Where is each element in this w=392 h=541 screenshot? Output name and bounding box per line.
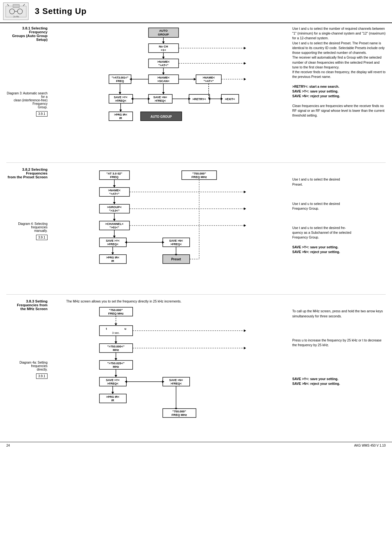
logo: 2x Rx <box>3 3 28 20</box>
diagram3-number: 3.9.1 <box>36 111 47 117</box>
desc383-2: Press u to increase the frequency by 25 … <box>292 338 386 347</box>
svg-marker-69 <box>244 47 246 49</box>
svg-text:u: u <box>124 327 126 330</box>
svg-marker-79 <box>113 185 116 188</box>
svg-text:">AT3.001<": ">AT3.001<" <box>112 76 129 79</box>
save383-y: SAVE >Y<: save your setting. <box>292 377 386 381</box>
svg-text:>FREQ<: >FREQ< <box>115 99 126 102</box>
svg-text:>NAME<: >NAME< <box>157 76 170 79</box>
svg-marker-32 <box>194 78 196 80</box>
svg-marker-22 <box>162 73 165 75</box>
section-383-left: 3.8.3 Setting Frequencies from the MHz S… <box>6 299 51 432</box>
svg-text:FREQ: FREQ <box>116 80 124 83</box>
footer-product: AKG WMS 450 V 1.10 <box>354 444 386 447</box>
svg-text:>NAME<: >NAME< <box>157 60 170 63</box>
section383-intro: The MHz screen allows you to set the fre… <box>66 299 272 303</box>
desc381-4: If the receiver finds no clean frequency… <box>292 70 386 79</box>
svg-marker-153 <box>125 380 127 383</box>
diagram382-svg: "AT 3.0 02" FREQ "750.000" FREQ MHz >NAM… <box>90 168 248 291</box>
svg-text:>NAME<: >NAME< <box>202 76 215 79</box>
svg-text:"750.000": "750.000" <box>192 172 206 175</box>
diagram4-label: Diagram 4: Selecting frequencies manuall… <box>6 222 47 232</box>
svg-text:GROUP: GROUP <box>158 33 169 36</box>
svg-marker-86 <box>113 202 116 204</box>
svg-text:">750.000<": ">750.000<" <box>107 345 124 348</box>
svg-text:AUTO GROUP: AUTO GROUP <box>150 115 172 118</box>
svg-marker-71 <box>244 78 246 80</box>
section-382-center: "AT 3.0 02" FREQ "750.000" FREQ MHz >NAM… <box>51 168 288 291</box>
svg-text:">3.0<": ">3.0<" <box>109 209 119 212</box>
svg-text:SAVE >Y<: SAVE >Y< <box>106 239 120 242</box>
page-content: 3.8.1 Selecting Frequency Groups (Auto G… <box>0 26 392 436</box>
section-382-title: 3.8.2 Selecting Frequencies from the Pre… <box>6 168 47 179</box>
svg-marker-91 <box>244 207 246 210</box>
svg-marker-108 <box>125 241 127 244</box>
diagram4-number: 3.9.1 <box>36 235 47 240</box>
svg-marker-54 <box>208 98 210 100</box>
section-383-right: To call up the MHz screen, press and hol… <box>288 299 386 432</box>
svg-marker-12 <box>162 41 165 44</box>
svg-text:">AT<": ">AT<" <box>158 63 168 67</box>
svg-line-2 <box>7 4 9 6</box>
svg-text:3 sec.: 3 sec. <box>112 331 120 334</box>
section-381-center: AUTO GROUP No CH >1< >NAME< ">AT<" <box>51 26 288 159</box>
svg-marker-48 <box>148 98 150 100</box>
page-header: 2x Rx 3 Setting Up <box>0 0 392 23</box>
svg-text:IR: IR <box>111 399 115 402</box>
svg-text:FREQ: FREQ <box>110 175 118 179</box>
diagram381-svg: AUTO GROUP No CH >1< >NAME< ">AT<" <box>90 26 248 159</box>
svg-text:>PRG IR<: >PRG IR< <box>114 113 127 116</box>
svg-marker-93 <box>113 219 116 221</box>
section-383-title: 3.8.3 Setting Frequencies from the MHz S… <box>6 299 47 311</box>
footer-page-number: 24 <box>6 444 10 447</box>
section-381-left: 3.8.1 Selecting Frequency Groups (Auto G… <box>6 26 51 159</box>
svg-line-3 <box>23 4 25 6</box>
section-382-right: Use t and u to select the desiredPreset.… <box>288 168 386 291</box>
svg-text:">01<": ">01<" <box>110 226 119 229</box>
svg-marker-140 <box>115 358 117 360</box>
svg-text:>FREQ<: >FREQ< <box>170 382 182 385</box>
desc382-name: Use t and u to select the desiredPreset. <box>292 177 386 187</box>
svg-marker-57 <box>188 98 191 100</box>
svg-text:Preset: Preset <box>171 258 181 261</box>
svg-text:>PRG IR<: >PRG IR< <box>106 395 119 398</box>
svg-marker-27 <box>130 78 132 80</box>
svg-text:FREQ    MHz: FREQ MHz <box>172 413 187 417</box>
svg-marker-125 <box>115 323 117 326</box>
desc382-group: Use t and u to select the desiredFrequen… <box>292 201 386 211</box>
svg-text:SAVE >Y<: SAVE >Y< <box>114 96 128 99</box>
desc382-channel: Use t and u to select the desired fre-qu… <box>292 226 386 240</box>
desc383-1: To call up the MHz screen, press and hol… <box>292 309 386 318</box>
svg-text:">750.025<": ">750.025<" <box>107 361 124 365</box>
section-381-right: Use t and u to select the number of requ… <box>288 26 386 159</box>
save382-y: SAVE >Y<: save your setting. <box>292 245 386 250</box>
section-381: 3.8.1 Selecting Frequency Groups (Auto G… <box>6 26 386 163</box>
svg-text:>CHANNEL<: >CHANNEL< <box>105 222 123 226</box>
svg-text:t: t <box>106 327 107 330</box>
svg-text:SAVE >N<: SAVE >N< <box>169 379 183 382</box>
svg-text:SAVE >Y<: SAVE >Y< <box>106 379 120 382</box>
svg-text:>SCAN<: >SCAN< <box>157 79 169 83</box>
svg-text:"750.000": "750.000" <box>172 410 186 413</box>
section-382-left: 3.8.2 Selecting Frequencies from the Pre… <box>6 168 51 291</box>
svg-text:"AT 3.0 02": "AT 3.0 02" <box>106 172 122 175</box>
svg-text:">AT<": ">AT<" <box>109 192 119 195</box>
diagram4a-label: Diagram 4a: Setting frequencies directly… <box>6 361 47 371</box>
diagram383-svg: "750.000" FREQ MHz t u 3 sec. ">750 <box>90 306 248 432</box>
section-382: 3.8.2 Selecting Frequencies from the Pre… <box>6 168 386 295</box>
save-n-text: SAVE >N<: reject your setting. <box>292 94 386 99</box>
save-y-text: SAVE >Y<: save your setting. <box>292 89 386 94</box>
svg-text:No CH: No CH <box>159 45 168 48</box>
desc381-3: The receiver will automatically find a G… <box>292 55 386 70</box>
svg-marker-17 <box>162 57 165 59</box>
svg-marker-109 <box>162 241 164 244</box>
section-381-title: 3.8.1 Selecting Frequency Groups (Auto G… <box>6 26 47 41</box>
svg-marker-47 <box>131 98 133 100</box>
desc381-1: Use t and u to select the number of requ… <box>292 26 386 41</box>
svg-text:"750.000": "750.000" <box>109 308 123 312</box>
svg-text:>EXIT<: >EXIT< <box>225 97 235 101</box>
svg-text:">AT<": ">AT<" <box>204 79 214 83</box>
svg-text:MHz: MHz <box>113 348 119 352</box>
save382-n: SAVE >N<: reject your setting. <box>292 250 386 254</box>
svg-text:FREQ    MHz: FREQ MHz <box>192 175 207 179</box>
